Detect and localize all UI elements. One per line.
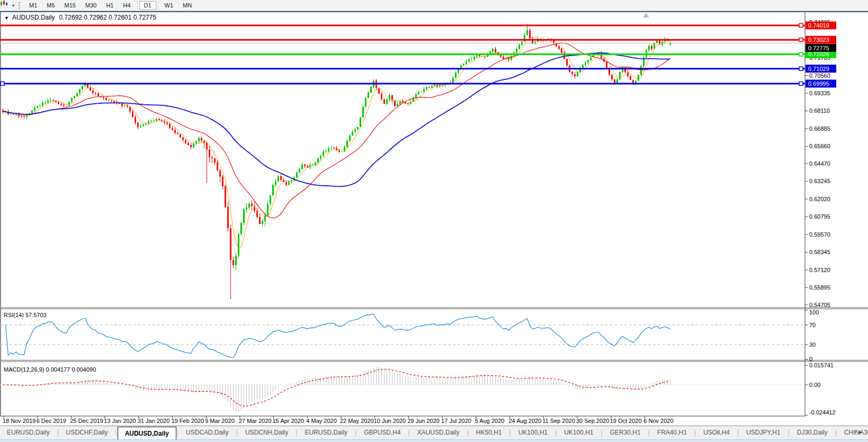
x-axis-date-label: 18 Nov 2019 xyxy=(3,418,35,424)
x-axis-date-label: 4 May 2020 xyxy=(306,418,336,424)
x-axis-date-label: 9 Mar 2020 xyxy=(205,418,235,424)
price-tick-label: 0.59570 xyxy=(809,231,830,238)
price-tick-label: 0.64470 xyxy=(809,160,830,167)
timeframe-button-W1[interactable]: W1 xyxy=(160,1,178,10)
chart-tool-icon[interactable] xyxy=(2,1,12,10)
chart-tab-USDCNH-Daily[interactable]: USDCNH,Daily xyxy=(238,426,295,440)
chart-tab-DJ30-Daily[interactable]: DJ30,Daily xyxy=(790,426,835,440)
toolbar-grip-handle[interactable] xyxy=(19,2,20,9)
tab-scroll-right-icon[interactable]: ▸ xyxy=(859,429,865,435)
x-axis-date-label: 24 Aug 2020 xyxy=(509,418,542,424)
price-tick-label: 0.69335 xyxy=(809,90,830,96)
x-axis-date-label: 30 Sep 2020 xyxy=(576,418,609,424)
x-axis-date-label: 17 Jul 2020 xyxy=(441,418,471,424)
rsi-line xyxy=(6,314,670,358)
chart-tab-HK50-H1[interactable]: HK50,H1 xyxy=(469,426,509,440)
mt4-workspace: 0.742350.730100.717850.705600.693350.681… xyxy=(0,0,868,442)
price-tick-label: 0.54705 xyxy=(809,302,830,308)
x-axis-date-label: 31 Jan 2020 xyxy=(138,418,170,424)
chart-tab-USDCHF-Daily[interactable]: USDCHF,Daily xyxy=(59,426,115,440)
pane-borders xyxy=(0,12,868,416)
rsi-tick-label: 100 xyxy=(809,309,819,315)
rsi-axis: 10070300 xyxy=(0,309,819,362)
chart-canvas[interactable]: 0.742350.730100.717850.705600.693350.681… xyxy=(0,0,868,442)
price-tick-label: 0.57120 xyxy=(809,267,830,273)
timeframe-button-M5[interactable]: M5 xyxy=(42,1,59,10)
chart-tab-XAUUSD-Daily[interactable]: XAUUSD,Daily xyxy=(410,426,467,440)
candlestick-glyph xyxy=(0,0,7,7)
price-tick-label: 0.70560 xyxy=(809,73,830,79)
chart-shift-marker-icon[interactable] xyxy=(643,13,649,17)
horizontal-line-0.74019[interactable]: 0.74019 xyxy=(0,21,836,29)
x-axis-date-label: 11 Sep 2020 xyxy=(542,418,575,424)
horizontal-line-0.69995[interactable]: 0.69995 xyxy=(0,79,836,87)
chevron-down-icon[interactable]: ▾ xyxy=(12,3,14,8)
toolbar-divider xyxy=(137,2,138,9)
x-axis-date-label: 27 Mar 2020 xyxy=(239,418,272,424)
timeframe-button-H1[interactable]: H1 xyxy=(101,1,118,10)
chart-tab-EURUSD-Daily[interactable]: EURUSD,Daily xyxy=(0,426,57,440)
x-axis-date-label: 22 May 2020 xyxy=(340,418,374,424)
tab-scroll-arrows: ◂▸ xyxy=(853,429,865,435)
rsi-tick-label: 30 xyxy=(809,341,816,348)
chart-tab-AUDUSD-Daily[interactable]: AUDUSD,Daily xyxy=(118,427,176,440)
chart-tab-USOil-H4[interactable]: USOil,H4 xyxy=(696,426,737,440)
line-price-label: 0.69995 xyxy=(808,80,829,87)
chart-tab-GBPUSD-H4[interactable]: GBPUSD,H4 xyxy=(357,426,407,440)
x-axis-date-label: 5 Aug 2020 xyxy=(475,418,505,424)
macd-axis: 0.0157410.00-0.024412 xyxy=(0,362,836,416)
chart-title: ▼AUDUSD,Daily0.72692 0.72962 0.72601 0.7… xyxy=(4,14,156,21)
price-tick-label: 0.66885 xyxy=(809,125,830,132)
price-tick-label: 0.55895 xyxy=(809,284,830,291)
line-price-label: 0.72026 xyxy=(808,51,829,57)
timeframe-button-M30[interactable]: M30 xyxy=(80,1,101,10)
line-price-label: 0.73023 xyxy=(808,37,829,43)
x-axis-date-label: 19 Feb 2020 xyxy=(172,418,204,424)
chart-tab-bar: EURUSD,Daily|USDCHF,Daily|AUDUSD,Daily|U… xyxy=(0,426,868,440)
timeframe-button-MN[interactable]: MN xyxy=(178,1,196,10)
collapse-triangle-icon[interactable]: ▼ xyxy=(4,15,9,21)
chart-tab-UK100-H1[interactable]: UK100,H1 xyxy=(512,426,554,440)
price-tick-label: 0.62020 xyxy=(809,196,830,202)
price-tick-label: 0.58345 xyxy=(809,249,830,255)
x-axis-date-label: 6 Dec 2019 xyxy=(37,418,66,424)
chart-tab-USDJPY-H1[interactable]: USDJPY,H1 xyxy=(739,426,787,440)
price-tick-label: 0.65660 xyxy=(809,143,830,149)
horizontal-line-0.73023[interactable]: 0.73023 xyxy=(0,36,836,44)
price-tick-label: 0.60795 xyxy=(809,213,830,220)
chart-tab-EURUSD-Daily[interactable]: EURUSD,Daily xyxy=(298,426,354,440)
x-axis-date-label: 13 Jan 2020 xyxy=(104,418,136,424)
timeframe-button-H4[interactable]: H4 xyxy=(118,1,135,10)
current-price-label: 0.72775 xyxy=(808,45,829,51)
x-axis-date-label: 29 Jun 2020 xyxy=(407,418,440,424)
x-axis-date-label: 10 Jun 2020 xyxy=(374,418,406,424)
chart-tab-GER30-H1[interactable]: GER30,H1 xyxy=(603,426,648,440)
price-axis[interactable]: 0.742350.730100.717850.705600.693350.681… xyxy=(805,19,830,308)
macd-signal-line xyxy=(3,369,670,407)
line-price-label: 0.71029 xyxy=(808,66,829,72)
rsi-tick-label: 0 xyxy=(809,356,812,362)
timeframe-button-M15[interactable]: M15 xyxy=(60,1,80,10)
rsi-tick-label: 70 xyxy=(809,322,816,328)
timeframe-button-M1[interactable]: M1 xyxy=(24,1,42,10)
current-price-marker: 0.72775 xyxy=(0,43,836,52)
macd-histogram xyxy=(3,367,670,412)
horizontal-line-0.71029[interactable]: 0.71029 xyxy=(0,65,836,73)
chart-symbol-label: AUDUSD,Daily xyxy=(12,14,55,21)
timeframe-toolbar: ▾ M1M5M15M30H1H4D1W1MN xyxy=(0,0,868,11)
macd-tick-label: 0.015741 xyxy=(809,362,834,368)
rsi-indicator-label: RSI(14) 57.5703 xyxy=(4,312,47,318)
price-tick-label: 0.63245 xyxy=(809,178,830,184)
line-price-label: 0.74019 xyxy=(808,22,829,29)
status-strip xyxy=(0,439,868,442)
chart-tab-FRA40-H1[interactable]: FRA40,H1 xyxy=(650,426,694,440)
chart-tab-USDCAD-Daily[interactable]: USDCAD,Daily xyxy=(179,426,236,440)
x-axis-date-label: 15 Apr 2020 xyxy=(273,418,304,424)
moving-average-50 xyxy=(3,53,670,186)
tab-scroll-left-icon[interactable]: ◂ xyxy=(853,429,859,435)
timeframe-button-D1[interactable]: D1 xyxy=(139,1,156,10)
chart-ohlc-values: 0.72692 0.72962 0.72601 0.72775 xyxy=(59,14,157,21)
horizontal-line-0.72026[interactable]: 0.72026 xyxy=(0,50,836,58)
chart-tab-UK100-H1[interactable]: UK100,H1 xyxy=(557,426,600,440)
x-axis-date-label: 6 Nov 2020 xyxy=(643,418,673,424)
